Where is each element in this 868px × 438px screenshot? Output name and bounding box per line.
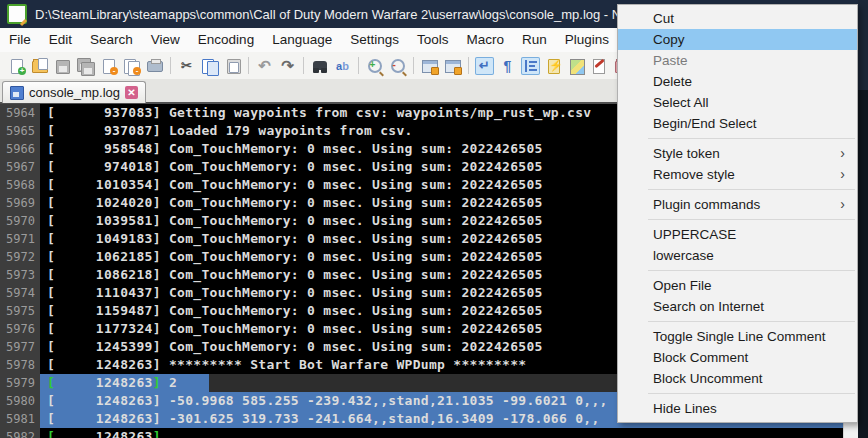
line-number: 5964 [0,104,40,122]
menu-search[interactable]: Search [81,28,142,52]
context-menu-item-plugin-commands[interactable]: Plugin commands› [618,194,857,215]
menu-separator [648,219,855,220]
window-title: D:\SteamLibrary\steamapps\common\Call of… [35,7,676,22]
toolbar-separator [358,57,359,74]
line-number: 5972 [0,248,40,266]
line-number: 5965 [0,122,40,140]
context-menu-item-copy[interactable]: Copy [618,29,857,50]
tab-close-icon[interactable]: ✕ [125,86,138,99]
cut-icon[interactable]: ✂ [177,57,196,75]
context-menu-item-search-on-internet[interactable]: Search on Internet [618,296,857,317]
find-icon[interactable] [310,57,329,75]
line-text[interactable]: [ 1248263] [40,428,858,438]
line-number: 5974 [0,284,40,302]
word-wrap-icon[interactable]: ↵ [475,57,494,75]
line-number: 5977 [0,338,40,356]
context-menu-item-remove-style[interactable]: Remove style› [618,164,857,185]
open-file-icon[interactable] [30,57,49,75]
context-menu-item-begin-end-select[interactable]: Begin/End Select [618,113,857,134]
context-menu-item-hide-lines[interactable]: Hide Lines [618,398,857,419]
line-number: 5970 [0,212,40,230]
new-file-icon[interactable]: + [7,57,26,75]
notepadpp-icon [7,4,27,24]
line-number: 5973 [0,266,40,284]
saved-file-icon [10,86,24,100]
context-menu-item-select-all[interactable]: Select All [618,92,857,113]
line-number: 5982 [0,428,40,438]
toolbar-separator [413,57,414,74]
save-all-icon[interactable] [76,57,95,75]
line-number: 5978 [0,356,40,374]
menu-view[interactable]: View [142,28,189,52]
menu-language[interactable]: Language [263,28,341,52]
save-icon[interactable] [53,57,72,75]
line-number: 5967 [0,158,40,176]
context-menu: CutCopyPasteDeleteSelect AllBegin/End Se… [617,4,858,423]
menu-separator [648,189,855,190]
zoom-out-icon[interactable]: - [388,57,407,75]
line-number: 5969 [0,194,40,212]
submenu-arrow-icon: › [840,164,845,185]
line-number: 5975 [0,302,40,320]
document-map-icon[interactable] [567,57,586,75]
menu-macro[interactable]: Macro [458,28,514,52]
tab-console-mp-log[interactable]: console_mp.log ✕ [2,81,146,103]
print-icon[interactable] [145,57,164,75]
menu-run[interactable]: Run [513,28,556,52]
line-number: 5976 [0,320,40,338]
replace-icon[interactable]: ab [333,57,352,75]
menu-settings[interactable]: Settings [341,28,408,52]
line-number: 5981 [0,410,40,428]
context-menu-item-paste: Paste [618,50,857,71]
submenu-arrow-icon: › [840,194,845,215]
line-number: 5968 [0,176,40,194]
close-icon[interactable]: - [99,57,118,75]
menu-file[interactable]: File [0,28,40,52]
paste-icon[interactable] [223,57,242,75]
function-list-icon[interactable]: ⚡ [544,57,563,75]
menu-separator [648,393,855,394]
matched-bracket: [ [47,429,55,438]
context-menu-item-uppercase[interactable]: UPPERCASE [618,224,857,245]
line-number: 5979 [0,374,40,392]
menu-edit[interactable]: Edit [40,28,81,52]
show-all-characters-icon[interactable]: ¶ [498,57,517,75]
editor-line-5982: 5982[ 1248263] [0,428,858,438]
line-number: 5980 [0,392,40,410]
menu-separator [648,138,855,139]
context-menu-item-style-token[interactable]: Style token› [618,143,857,164]
zoom-in-icon[interactable]: + [365,57,384,75]
menu-separator [648,270,855,271]
redo-icon[interactable]: ↷ [278,57,297,75]
copy-icon[interactable] [200,57,219,75]
menu-encoding[interactable]: Encoding [189,28,263,52]
toolbar-separator [170,57,171,74]
menu-plugins[interactable]: Plugins [556,28,618,52]
selected-text: [ 1248263] 2 [40,374,209,392]
context-menu-item-toggle-single-line-comment[interactable]: Toggle Single Line Comment [618,326,857,347]
sync-vertical-icon[interactable] [420,57,439,75]
close-all-icon[interactable]: - [122,57,141,75]
matched-bracket: [ [47,375,55,390]
menu-separator [648,321,855,322]
matched-bracket: ] [153,375,161,390]
document-switcher-icon[interactable] [590,57,609,75]
context-menu-item-delete[interactable]: Delete [618,71,857,92]
menu-tools[interactable]: Tools [408,28,458,52]
context-menu-item-lowercase[interactable]: lowercase [618,245,857,266]
tab-label: console_mp.log [29,85,120,100]
right-edge-strip [858,0,868,438]
context-menu-item-open-file[interactable]: Open File [618,275,857,296]
submenu-arrow-icon: › [840,143,845,164]
toolbar-separator [248,57,249,74]
indent-guide-icon[interactable] [521,57,540,75]
toolbar-separator [468,57,469,74]
sync-horizontal-icon[interactable] [443,57,462,75]
context-menu-item-block-comment[interactable]: Block Comment [618,347,857,368]
matched-bracket: ] [153,429,161,438]
context-menu-item-block-uncomment[interactable]: Block Uncomment [618,368,857,389]
toolbar-separator [303,57,304,74]
context-menu-item-cut[interactable]: Cut [618,8,857,29]
line-number: 5966 [0,140,40,158]
undo-icon[interactable]: ↶ [255,57,274,75]
